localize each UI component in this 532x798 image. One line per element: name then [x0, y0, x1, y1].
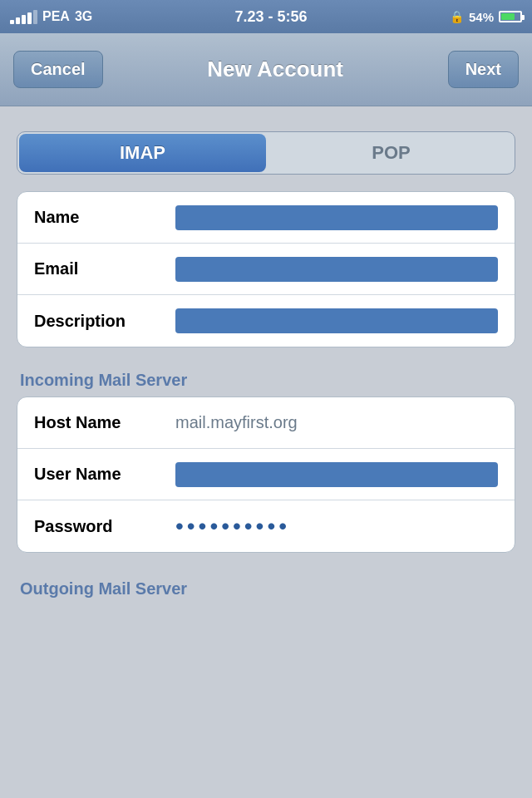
- next-button[interactable]: Next: [448, 51, 519, 88]
- cancel-button[interactable]: Cancel: [13, 51, 103, 88]
- page-title: New Account: [207, 57, 343, 82]
- user-name-row: User Name: [17, 449, 515, 500]
- password-input[interactable]: ••••••••••: [175, 513, 498, 539]
- name-row: Name: [17, 192, 515, 244]
- network-label: 3G: [75, 9, 92, 24]
- time-display: 7.23 - 5:56: [235, 8, 308, 26]
- battery-percent: 54%: [469, 10, 494, 24]
- account-type-segment: IMAP POP: [17, 131, 515, 175]
- carrier-label: PEA: [42, 9, 70, 24]
- signal-bars-icon: [10, 10, 37, 24]
- host-name-value[interactable]: mail.mayfirst.org: [175, 413, 498, 432]
- user-name-label: User Name: [34, 465, 167, 484]
- battery-icon: [499, 11, 522, 22]
- incoming-mail-server-form: Host Name mail.mayfirst.org User Name Pa…: [17, 397, 515, 553]
- nav-bar: Cancel New Account Next: [0, 33, 532, 106]
- email-row: Email: [17, 244, 515, 295]
- host-name-label: Host Name: [34, 413, 167, 432]
- password-label: Password: [34, 517, 167, 536]
- segment-imap[interactable]: IMAP: [19, 134, 266, 172]
- status-bar: PEA 3G 7.23 - 5:56 🔒 54%: [0, 0, 532, 33]
- email-input[interactable]: [175, 257, 498, 282]
- account-info-form: Name Email Description: [17, 191, 515, 347]
- user-name-input[interactable]: [175, 462, 498, 487]
- description-input[interactable]: [175, 308, 498, 333]
- password-row: Password ••••••••••: [17, 500, 515, 552]
- status-right: 🔒 54%: [450, 10, 522, 24]
- email-label: Email: [34, 259, 167, 278]
- incoming-mail-server-header: Incoming Mail Server: [0, 364, 532, 397]
- name-input[interactable]: [175, 205, 498, 230]
- description-label: Description: [34, 312, 167, 331]
- name-label: Name: [34, 208, 167, 227]
- outgoing-mail-server-header: Outgoing Mail Server: [0, 573, 532, 605]
- segment-control: IMAP POP: [17, 131, 515, 175]
- host-name-row: Host Name mail.mayfirst.org: [17, 397, 515, 449]
- segment-pop[interactable]: POP: [268, 132, 515, 174]
- lock-icon: 🔒: [450, 10, 464, 23]
- main-content: IMAP POP Name Email Description Incoming…: [0, 106, 532, 798]
- description-row: Description: [17, 295, 515, 347]
- status-left: PEA 3G: [10, 9, 92, 24]
